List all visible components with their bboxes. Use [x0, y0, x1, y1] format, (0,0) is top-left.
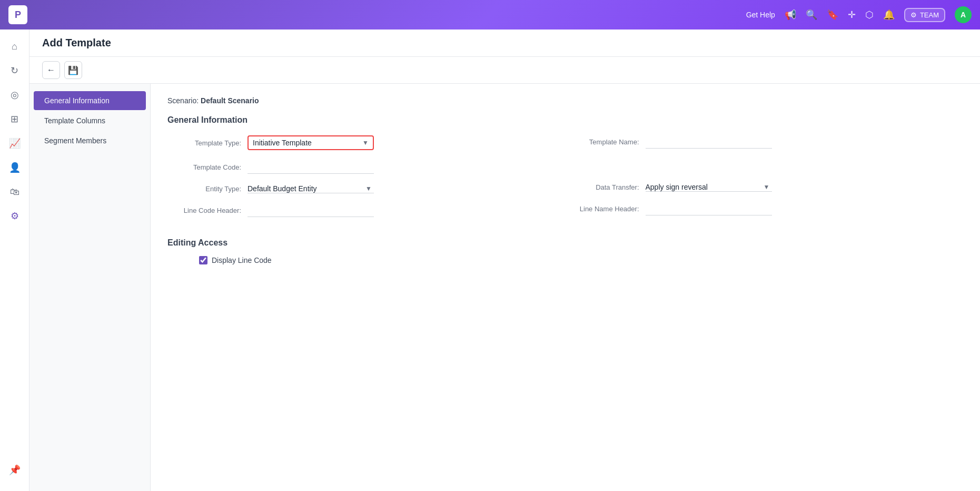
app-logo: P — [8, 5, 27, 24]
entity-type-label: Entity Type: — [167, 185, 241, 193]
main-layout: ⌂ ↻ ◎ ⊞ 📈 👤 🛍 ⚙ 📌 Add Template ← 💾 Gener… — [0, 30, 980, 491]
get-help-link[interactable]: Get Help — [746, 11, 775, 19]
data-transfer-wrapper: Apply sign reversal No transfer Direct ▼ — [646, 183, 772, 192]
template-type-row: Template Type: Initiative Template Budge… — [167, 135, 566, 150]
toolbar: ← 💾 — [29, 57, 980, 84]
entity-type-row: Entity Type: Default Budget Entity Custo… — [167, 184, 566, 193]
line-name-header-row: Line Name Header: — [566, 202, 964, 215]
nav-template-columns[interactable]: Template Columns — [34, 111, 146, 130]
top-navigation: P Get Help 📢 🔍 🔖 ✛ ⬡ 🔔 ⚙ TEAM A — [0, 0, 980, 30]
top-nav-right: Get Help 📢 🔍 🔖 ✛ ⬡ 🔔 ⚙ TEAM A — [746, 6, 972, 23]
template-type-select[interactable]: Initiative Template Budget Template Fore… — [253, 139, 369, 147]
sidebar-home[interactable]: ⌂ — [4, 36, 25, 57]
line-code-header-input[interactable] — [248, 204, 374, 217]
entity-type-wrapper: Default Budget Entity Custom Entity ▼ — [248, 184, 374, 193]
template-name-row: Template Name: — [566, 135, 964, 149]
display-line-code-row: Display Line Code — [199, 256, 963, 264]
content-area: Add Template ← 💾 General Information Tem… — [29, 30, 980, 491]
template-name-input[interactable] — [646, 135, 772, 149]
template-code-input[interactable] — [248, 161, 374, 174]
general-info-section-title: General Information — [167, 115, 963, 125]
sidebar-bag[interactable]: 🛍 — [4, 181, 25, 202]
sidebar-bottom: 📌 — [4, 459, 25, 485]
sidebar-circle[interactable]: ◎ — [4, 84, 25, 105]
data-transfer-label: Data Transfer: — [566, 183, 639, 191]
left-nav: General Information Template Columns Seg… — [29, 84, 151, 491]
sidebar-person[interactable]: 👤 — [4, 157, 25, 178]
team-button[interactable]: ⚙ TEAM — [904, 8, 945, 22]
team-icon: ⚙ — [910, 11, 917, 19]
page-header: Add Template — [29, 30, 980, 57]
icon-sidebar: ⌂ ↻ ◎ ⊞ 📈 👤 🛍 ⚙ 📌 — [0, 30, 29, 491]
sidebar-chart[interactable]: 📈 — [4, 133, 25, 154]
template-code-row: Template Code: — [167, 161, 566, 174]
crosshair-icon[interactable]: ✛ — [848, 9, 856, 21]
form-area: Scenario: Default Scenario General Infor… — [151, 84, 980, 491]
sidebar-settings[interactable]: ⚙ — [4, 205, 25, 227]
sidebar-pin[interactable]: 📌 — [4, 459, 25, 480]
back-button[interactable]: ← — [42, 61, 60, 79]
nav-segment-members[interactable]: Segment Members — [34, 131, 146, 150]
megaphone-icon[interactable]: 📢 — [785, 9, 796, 21]
avatar[interactable]: A — [955, 6, 972, 23]
template-code-label: Template Code: — [167, 163, 241, 171]
page-title: Add Template — [42, 37, 111, 49]
entity-type-select[interactable]: Default Budget Entity Custom Entity — [248, 184, 374, 193]
search-icon[interactable]: 🔍 — [806, 9, 817, 21]
body-with-nav: General Information Template Columns Seg… — [29, 84, 980, 491]
display-line-code-checkbox[interactable] — [199, 256, 207, 264]
template-type-wrapper: Initiative Template Budget Template Fore… — [248, 135, 374, 150]
line-code-header-row: Line Code Header: — [167, 204, 566, 217]
line-name-header-label: Line Name Header: — [566, 205, 639, 213]
sidebar-grid[interactable]: ⊞ — [4, 109, 25, 130]
template-type-label: Template Type: — [167, 139, 241, 147]
template-name-label: Template Name: — [566, 138, 639, 146]
form-section-top: Template Type: Initiative Template Budge… — [167, 135, 963, 228]
display-line-code-label: Display Line Code — [212, 256, 272, 264]
form-col-left: Template Type: Initiative Template Budge… — [167, 135, 566, 228]
line-name-header-input[interactable] — [646, 202, 772, 215]
editing-access-section-title: Editing Access — [167, 238, 963, 248]
bell-icon[interactable]: 🔔 — [883, 9, 895, 21]
sidebar-refresh[interactable]: ↻ — [4, 60, 25, 81]
data-transfer-select[interactable]: Apply sign reversal No transfer Direct — [646, 183, 772, 191]
bookmark-icon[interactable]: 🔖 — [827, 9, 838, 21]
save-button[interactable]: 💾 — [64, 61, 82, 79]
scenario-label: Scenario: Default Scenario — [167, 96, 963, 105]
form-col-right: Template Name: - Data Transfer: — [566, 135, 964, 228]
data-transfer-row: Data Transfer: Apply sign reversal No tr… — [566, 183, 964, 192]
cube-icon[interactable]: ⬡ — [865, 9, 874, 21]
nav-general-information[interactable]: General Information — [34, 91, 146, 110]
line-code-header-label: Line Code Header: — [167, 207, 241, 214]
